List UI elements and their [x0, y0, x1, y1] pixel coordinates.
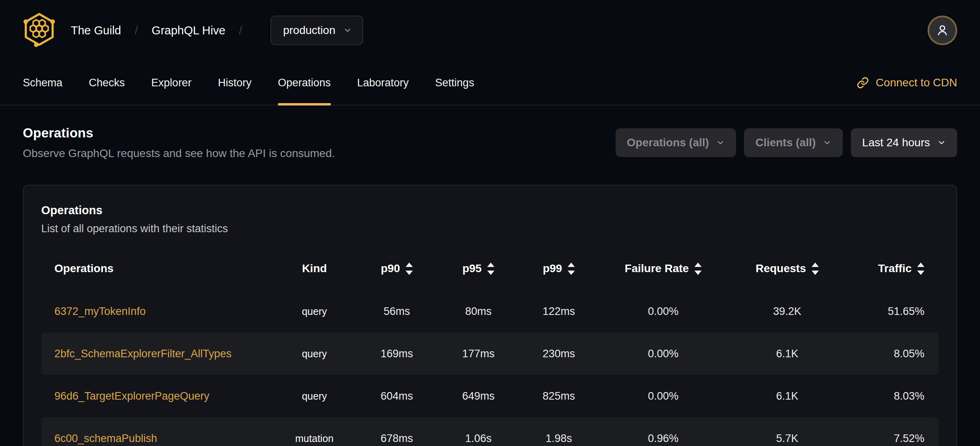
requests-cell: 6.1K: [728, 390, 847, 402]
failure-rate-cell: 0.00%: [599, 305, 728, 318]
p90-cell: 678ms: [356, 432, 438, 445]
p99-cell: 122ms: [519, 305, 599, 318]
column-header-p99[interactable]: p99: [519, 262, 599, 275]
column-header-requests[interactable]: Requests: [728, 262, 847, 275]
tab-history[interactable]: History: [218, 61, 252, 105]
failure-rate-cell: 0.96%: [599, 432, 728, 445]
time-range-dropdown[interactable]: Last 24 hours: [851, 128, 957, 157]
table-row: 6372_myTokenInfo query 56ms 80ms 122ms 0…: [41, 290, 939, 333]
traffic-cell: 7.52%: [847, 432, 939, 445]
time-range-label: Last 24 hours: [862, 136, 930, 149]
kind-cell: query: [273, 390, 356, 402]
tab-explorer[interactable]: Explorer: [151, 61, 192, 105]
clients-filter-dropdown[interactable]: Clients (all): [744, 128, 843, 157]
requests-cell: 5.7K: [728, 432, 847, 445]
p95-cell: 177ms: [438, 348, 519, 360]
hive-logo-icon: [23, 12, 56, 48]
traffic-cell: 51.65%: [847, 305, 939, 318]
sort-icon[interactable]: [694, 263, 702, 275]
column-header-p95[interactable]: p95: [438, 262, 519, 275]
p95-cell: 649ms: [438, 390, 519, 402]
tab-operations[interactable]: Operations: [278, 61, 331, 105]
nav-bar: Schema Checks Explorer History Operation…: [0, 61, 980, 106]
kind-cell: query: [273, 348, 356, 360]
tab-settings[interactable]: Settings: [435, 61, 474, 105]
p99-cell: 1.98s: [519, 432, 599, 445]
column-header-kind: Kind: [273, 262, 356, 275]
table-header-row: Operations Kind p90 p95 p99 Failure Rate: [41, 247, 939, 290]
target-selector-dropdown[interactable]: production: [270, 16, 364, 45]
p95-cell: 80ms: [438, 305, 519, 318]
traffic-cell: 8.03%: [847, 390, 939, 402]
traffic-cell: 8.05%: [847, 348, 939, 360]
p95-cell: 1.06s: [438, 432, 519, 445]
operations-table: Operations Kind p90 p95 p99 Failure Rate: [41, 247, 939, 446]
p90-cell: 604ms: [356, 390, 438, 402]
operation-link[interactable]: 2bfc_SchemaExplorerFilter_AllTypes: [54, 348, 232, 360]
operations-card: Operations List of all operations with t…: [23, 185, 957, 446]
sort-icon[interactable]: [917, 263, 924, 275]
clients-filter-label: Clients (all): [755, 136, 816, 149]
p90-cell: 169ms: [356, 348, 438, 360]
operation-link[interactable]: 6c00_schemaPublish: [54, 432, 157, 444]
column-header-traffic[interactable]: Traffic: [847, 262, 939, 275]
chevron-down-icon: [343, 26, 352, 35]
card-title: Operations: [41, 204, 939, 217]
nav-tabs: Schema Checks Explorer History Operation…: [23, 61, 474, 105]
column-header-failure-rate[interactable]: Failure Rate: [599, 262, 728, 275]
table-row: 96d6_TargetExplorerPageQuery query 604ms…: [41, 375, 939, 417]
operations-filter-dropdown[interactable]: Operations (all): [616, 128, 736, 157]
requests-cell: 6.1K: [728, 348, 847, 360]
card-subtitle: List of all operations with their statis…: [41, 223, 939, 235]
p99-cell: 825ms: [519, 390, 599, 402]
user-avatar-button[interactable]: [928, 16, 957, 45]
page-header: Operations Observe GraphQL requests and …: [0, 106, 980, 160]
connect-to-cdn-link[interactable]: Connect to CDN: [856, 76, 957, 89]
breadcrumb: The Guild / GraphQL Hive /: [71, 24, 256, 37]
p90-cell: 56ms: [356, 305, 438, 318]
chevron-down-icon: [937, 138, 946, 147]
link-icon: [856, 76, 869, 89]
requests-cell: 39.2K: [728, 305, 847, 318]
tab-checks[interactable]: Checks: [89, 61, 125, 105]
page-subtitle: Observe GraphQL requests and see how the…: [23, 147, 335, 160]
table-row: 2bfc_SchemaExplorerFilter_AllTypes query…: [41, 333, 939, 375]
filter-bar: Operations (all) Clients (all) Last 24 h…: [616, 128, 957, 157]
column-header-p90[interactable]: p90: [356, 262, 438, 275]
p99-cell: 230ms: [519, 348, 599, 360]
table-row: 6c00_schemaPublish mutation 678ms 1.06s …: [41, 417, 939, 446]
target-selector-value: production: [283, 24, 336, 37]
sort-icon[interactable]: [568, 263, 575, 275]
chevron-down-icon: [716, 138, 725, 147]
sort-icon[interactable]: [406, 263, 413, 275]
tab-schema[interactable]: Schema: [23, 61, 62, 105]
user-icon: [934, 22, 950, 38]
sort-icon[interactable]: [487, 263, 494, 275]
kind-cell: query: [273, 306, 356, 317]
chevron-down-icon: [823, 138, 832, 147]
column-header-operations: Operations: [41, 262, 273, 275]
breadcrumb-project[interactable]: GraphQL Hive: [152, 24, 225, 37]
breadcrumb-org[interactable]: The Guild: [71, 24, 121, 37]
tab-laboratory[interactable]: Laboratory: [357, 61, 409, 105]
operation-link[interactable]: 96d6_TargetExplorerPageQuery: [54, 390, 209, 402]
failure-rate-cell: 0.00%: [599, 390, 728, 402]
page-title: Operations: [23, 125, 335, 141]
operations-filter-label: Operations (all): [627, 136, 709, 149]
connect-to-cdn-label: Connect to CDN: [876, 76, 957, 89]
kind-cell: mutation: [273, 433, 356, 444]
breadcrumb-separator: /: [239, 24, 242, 37]
operation-link[interactable]: 6372_myTokenInfo: [54, 305, 146, 317]
top-bar: The Guild / GraphQL Hive / production: [0, 0, 980, 61]
breadcrumb-separator: /: [135, 24, 138, 37]
sort-icon[interactable]: [812, 263, 819, 275]
failure-rate-cell: 0.00%: [599, 348, 728, 360]
